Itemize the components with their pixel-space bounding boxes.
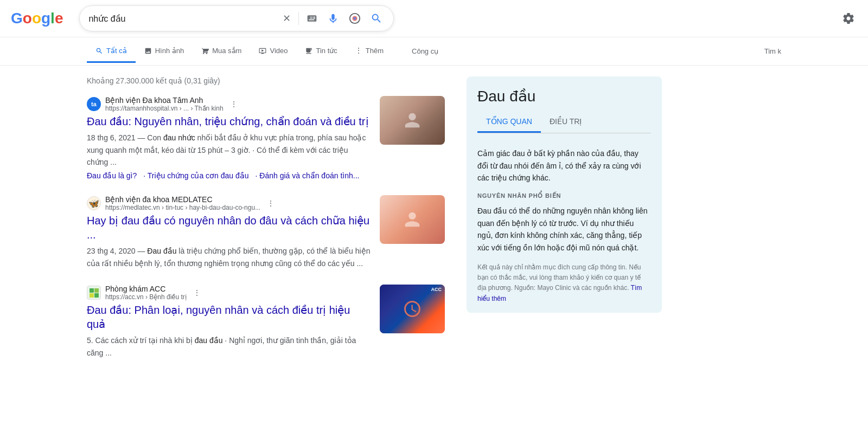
source-menu-2[interactable]: ⋮ (267, 199, 275, 208)
result-source-3: Phòng khám ACC https://acc.vn › Bệnh điề… (87, 285, 371, 301)
result-item-2: 🦋 Bệnh viện đa khoa MEDLATEC https://med… (87, 195, 445, 269)
kp-footer: Kết quả này chỉ nhằm mục đích cung cấp t… (477, 262, 651, 304)
source-menu-3[interactable]: ⋮ (193, 288, 201, 297)
tab-mua-sam-label: Mua sắm (212, 47, 241, 55)
google-lens-button[interactable] (347, 10, 363, 27)
source-name-2: Bệnh viện đa khoa MEDLATEC (105, 195, 260, 204)
image-icon (144, 46, 152, 55)
result-item: ta Bệnh viện Đa khoa Tâm Anh https://tam… (87, 96, 445, 180)
favicon-1: ta (87, 97, 101, 111)
tab-them-label: Thêm (366, 47, 384, 55)
tab-tat-ca-label: Tất cả (106, 47, 127, 55)
result-thumb-1 (380, 96, 445, 145)
results-column: Khoảng 27.300.000 kết quả (0,31 giây) ta… (87, 76, 445, 374)
video-icon (259, 46, 266, 55)
result-count: Khoảng 27.300.000 kết quả (0,31 giây) (87, 76, 445, 85)
result-links-1: Đau đầu là gì? · Triệu chứng của cơn đau… (87, 171, 371, 180)
kp-header: Đau đầu TỔNG QUAN ĐIỀU TRỊ (467, 76, 662, 139)
more-icon: ⋮ (355, 46, 362, 55)
snippet-date-1: 18 thg 6, 2021 (87, 133, 136, 142)
logo-e: e (55, 10, 63, 27)
tab-tat-ca[interactable]: Tất cả (87, 40, 136, 63)
search-bar: ✕ (79, 5, 394, 31)
result-link-1b[interactable]: Triệu chứng của cơn đau đầu (148, 171, 249, 180)
result-item-3: Phòng khám ACC https://acc.vn › Bệnh điề… (87, 285, 445, 359)
search-submit-button[interactable] (368, 10, 385, 27)
source-info-3: Phòng khám ACC https://acc.vn › Bệnh điề… (105, 285, 187, 301)
result-title-1[interactable]: Đau đầu: Nguyên nhân, triệu chứng, chẩn … (87, 114, 371, 128)
tab-hinh-anh-label: Hình ảnh (155, 47, 184, 55)
result-text-1: ta Bệnh viện Đa khoa Tâm Anh https://tam… (87, 96, 371, 180)
result-source-1: ta Bệnh viện Đa khoa Tâm Anh https://tam… (87, 96, 371, 112)
source-url-1: https://tamanhhospital.vn › ... › Thần k… (105, 105, 224, 112)
result-thumb-2 (380, 195, 445, 244)
divider (298, 12, 299, 25)
logo-g2: g (41, 10, 50, 27)
logo-g: G (11, 10, 23, 27)
search-icon (95, 46, 103, 55)
snippet-date-2: 23 thg 4, 2020 (87, 247, 136, 255)
kp-tab-dieu-tri[interactable]: ĐIỀU TRỊ (541, 112, 590, 133)
tab-hinh-anh[interactable]: Hình ảnh (136, 40, 193, 63)
kp-causes-text: Đau đầu có thể do những nguyên nhân khôn… (477, 205, 651, 254)
source-info-1: Bệnh viện Đa khoa Tâm Anh https://tamanh… (105, 96, 224, 112)
kp-footer-text: Kết quả này chỉ nhằm mục đích cung cấp t… (477, 263, 641, 292)
kp-tabs: TỔNG QUAN ĐIỀU TRỊ (477, 112, 651, 133)
source-url-2: https://medlatec.vn › tin-tuc › hay-bi-d… (105, 204, 260, 211)
clear-button[interactable]: ✕ (280, 10, 293, 27)
search-input[interactable] (88, 14, 275, 23)
shopping-icon (201, 46, 209, 55)
logo-l: l (50, 10, 55, 27)
tab-mua-sam[interactable]: Mua sắm (193, 40, 250, 63)
result-thumb-3: ACC (380, 285, 445, 333)
source-menu-1[interactable]: ⋮ (230, 100, 238, 108)
result-snippet-1: 18 thg 6, 2021 — Con đau nhức nhối bắt đ… (87, 132, 371, 168)
knowledge-panel-card: Đau đầu TỔNG QUAN ĐIỀU TRỊ Cảm giác đau … (467, 76, 662, 312)
favicon-2: 🦋 (87, 196, 101, 210)
voice-search-button[interactable] (325, 10, 341, 27)
main-content: Khoảng 27.300.000 kết quả (0,31 giây) ta… (0, 66, 868, 385)
tim-kiem-button[interactable]: Tim k (764, 47, 781, 55)
keyboard-button[interactable] (304, 11, 320, 26)
source-url-3: https://acc.vn › Bệnh điều trị (105, 293, 187, 301)
settings-button[interactable] (840, 10, 857, 27)
kp-title: Đau đầu (477, 87, 651, 105)
tab-tin-tuc-label: Tin tức (316, 47, 337, 55)
news-icon (305, 46, 312, 55)
result-title-2[interactable]: Hay bị đau đầu có nguyên nhân do đâu và … (87, 214, 371, 242)
result-text-3: Phòng khám ACC https://acc.vn › Bệnh điề… (87, 285, 371, 359)
search-icons: ✕ (280, 10, 385, 27)
logo-o1: o (23, 10, 32, 27)
result-title-3[interactable]: Đau đầu: Phân loại, nguyên nhân và cách … (87, 303, 371, 331)
result-text-2: 🦋 Bệnh viện đa khoa MEDLATEC https://med… (87, 195, 371, 269)
google-logo: Google (11, 10, 63, 27)
source-name-1: Bệnh viện Đa khoa Tâm Anh (105, 96, 224, 105)
knowledge-panel: Đau đầu TỔNG QUAN ĐIỀU TRỊ Cảm giác đau … (467, 76, 662, 374)
result-link-1c[interactable]: Đánh giá và chẩn đoán tình... (259, 171, 359, 180)
cong-cu-button[interactable]: Công cụ (403, 41, 447, 62)
source-name-3: Phòng khám ACC (105, 285, 187, 293)
favicon-3 (87, 286, 101, 300)
header: Google ✕ (0, 0, 868, 37)
nav-tabs: Tất cả Hình ảnh Mua sắm Video Tin tức ⋮ … (0, 37, 868, 66)
result-snippet-3: 5. Các cách xử trí tại nhà khi bị đau đầ… (87, 334, 371, 359)
tab-video-label: Video (270, 47, 288, 55)
tab-video[interactable]: Video (250, 40, 296, 63)
result-snippet-2: 23 thg 4, 2020 — Đau đầu là triệu chứng … (87, 245, 371, 269)
kp-tab-tong-quan[interactable]: TỔNG QUAN (477, 112, 541, 133)
header-right (840, 10, 857, 27)
result-link-1a[interactable]: Đau đầu là gì? (87, 171, 137, 180)
result-source-2: 🦋 Bệnh viện đa khoa MEDLATEC https://med… (87, 195, 371, 211)
tab-tin-tuc[interactable]: Tin tức (296, 40, 346, 63)
source-info-2: Bệnh viện đa khoa MEDLATEC https://medla… (105, 195, 260, 211)
logo-o2: o (32, 10, 41, 27)
kp-body: Cảm giác đau ở bất kỳ phần nào của đầu, … (467, 139, 662, 312)
kp-causes-title: NGUYÊN NHÂN PHỔ BIẾN (477, 192, 651, 199)
tab-them[interactable]: ⋮ Thêm (346, 40, 392, 63)
kp-description: Cảm giác đau ở bất kỳ phần nào của đầu, … (477, 147, 651, 184)
